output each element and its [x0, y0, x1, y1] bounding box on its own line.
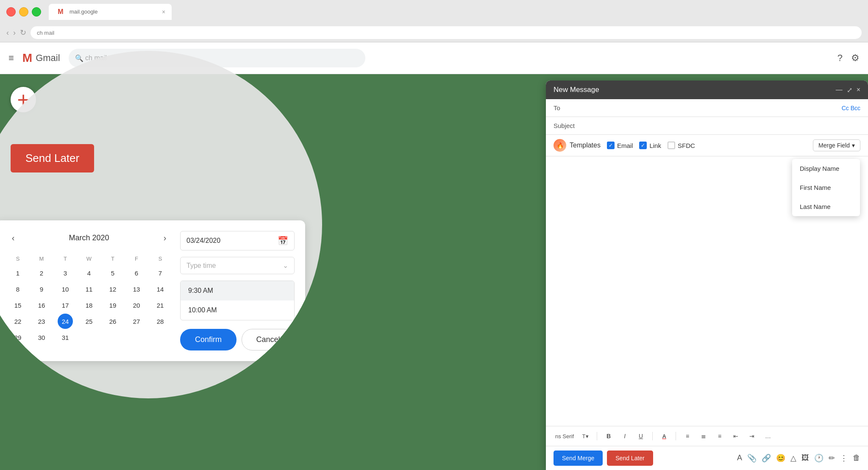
calendar-day[interactable]: 12: [105, 281, 120, 297]
refresh-icon[interactable]: ↻: [20, 28, 26, 37]
link-checkbox-item[interactable]: ✓ Link: [639, 142, 661, 149]
italic-button[interactable]: I: [618, 430, 631, 442]
calendar-day[interactable]: 21: [153, 298, 168, 313]
traffic-yellow[interactable]: [19, 7, 28, 17]
indent-more-button[interactable]: ⇥: [746, 430, 758, 442]
underline-button[interactable]: U: [634, 430, 647, 442]
calendar-day[interactable]: 9: [34, 281, 49, 297]
merge-option[interactable]: Last Name: [792, 197, 860, 216]
align-button[interactable]: ≡: [681, 430, 694, 442]
attach-icon[interactable]: 📎: [747, 453, 757, 463]
calendar-day[interactable]: 28: [153, 314, 168, 329]
calendar-day[interactable]: 25: [81, 314, 97, 329]
calendar-next-button[interactable]: ›: [158, 231, 172, 245]
time-input-row[interactable]: Type time ⌄: [180, 257, 295, 274]
compose-bottom-row: Send Merge Send Later A 📎 🔗 😊 △ 🖼 🕐 ✏ ⋮ …: [546, 446, 868, 470]
bullet-list-button[interactable]: ≡: [713, 430, 726, 442]
calendar-day[interactable]: 6: [129, 265, 144, 281]
merge-option[interactable]: First Name: [792, 178, 860, 197]
tab-close-icon[interactable]: ×: [162, 8, 165, 15]
font-size-icon[interactable]: T▾: [579, 430, 592, 442]
merge-option[interactable]: Display Name: [792, 159, 860, 178]
calendar-day[interactable]: 17: [58, 298, 73, 313]
settings-icon[interactable]: ⚙: [851, 53, 860, 64]
time-option[interactable]: 9:30 AM: [181, 281, 294, 300]
calendar-day[interactable]: 31: [58, 330, 73, 345]
calendar-day[interactable]: 15: [10, 298, 25, 313]
delete-icon[interactable]: 🗑: [853, 453, 860, 463]
nav-forward[interactable]: ›: [13, 28, 16, 37]
help-icon[interactable]: ?: [837, 53, 843, 64]
calendar-day[interactable]: 8: [10, 281, 25, 297]
merge-field-label: Merge Field: [818, 142, 850, 149]
drive-icon[interactable]: △: [790, 453, 796, 463]
templates-button[interactable]: 🔥 Templates: [554, 139, 601, 152]
calendar-day[interactable]: 26: [105, 314, 120, 329]
calendar-day[interactable]: 13: [129, 281, 144, 297]
time-option[interactable]: 10:00 AM: [181, 300, 294, 320]
link-checkbox[interactable]: ✓: [639, 142, 647, 149]
menu-icon[interactable]: ≡: [8, 53, 14, 64]
calendar-day[interactable]: 11: [81, 281, 97, 297]
calendar-day[interactable]: 7: [153, 265, 168, 281]
compose-toolbar-row: 🔥 Templates ✓ Email ✓ Link SFDC Merge Fi…: [546, 135, 868, 156]
confirm-button[interactable]: Confirm: [180, 329, 236, 350]
email-checkbox-item[interactable]: ✓ Email: [607, 142, 633, 149]
minimize-icon[interactable]: —: [836, 86, 843, 94]
sfdc-checkbox[interactable]: [668, 142, 675, 149]
calendar-day[interactable]: 19: [105, 298, 120, 313]
calendar-day[interactable]: 4: [81, 265, 97, 281]
font-color-button[interactable]: A: [658, 430, 670, 442]
traffic-red[interactable]: [6, 7, 16, 17]
calendar-day[interactable]: 1: [10, 265, 25, 281]
cc-bcc-button[interactable]: Cc Bcc: [842, 105, 860, 111]
font-selector[interactable]: ns Serif: [554, 430, 576, 442]
address-input[interactable]: [31, 26, 862, 39]
calendar-day: [81, 330, 97, 345]
calendar-day[interactable]: 30: [34, 330, 49, 345]
cancel-button[interactable]: Cancel: [242, 329, 295, 350]
date-input-row[interactable]: 03/24/2020 📅: [180, 231, 295, 250]
image-icon[interactable]: 🖼: [801, 453, 809, 463]
calendar-day[interactable]: 16: [34, 298, 49, 313]
nav-back[interactable]: ‹: [6, 28, 9, 37]
calendar-day[interactable]: 14: [153, 281, 168, 297]
more-options-icon[interactable]: ⋮: [840, 453, 848, 463]
calendar-day[interactable]: 20: [129, 298, 144, 313]
merge-field-button[interactable]: Merge Field ▾ Display NameFirst NameLast…: [813, 139, 860, 151]
link-icon[interactable]: 🔗: [762, 453, 771, 463]
expand-icon[interactable]: ⤢: [847, 86, 852, 94]
calendar-day[interactable]: 2: [34, 265, 49, 281]
calendar-day[interactable]: 5: [105, 265, 120, 281]
calendar-day[interactable]: 3: [58, 265, 73, 281]
search-icon: 🔍: [75, 54, 83, 62]
traffic-green[interactable]: [32, 7, 41, 17]
calendar-day[interactable]: 24: [58, 314, 73, 329]
calendar-prev-button[interactable]: ‹: [6, 231, 20, 245]
calendar-day[interactable]: 10: [58, 281, 73, 297]
browser-tab[interactable]: M mail.google ×: [49, 4, 172, 20]
calendar-day[interactable]: 29: [10, 330, 25, 345]
calendar-icon[interactable]: 📅: [278, 236, 288, 246]
calendar-day[interactable]: 18: [81, 298, 97, 313]
indent-less-button[interactable]: ⇤: [729, 430, 742, 442]
compose-subject-row[interactable]: Subject: [546, 117, 868, 135]
send-merge-button[interactable]: Send Merge: [554, 451, 603, 466]
numbered-list-button[interactable]: ≣: [697, 430, 710, 442]
more-formatting-button[interactable]: …: [762, 430, 774, 442]
email-checkbox[interactable]: ✓: [607, 142, 615, 149]
browser-top: M mail.google ×: [0, 0, 868, 23]
bold-button[interactable]: B: [602, 430, 615, 442]
text-format-icon[interactable]: A: [737, 453, 742, 463]
edit-icon[interactable]: ✏: [829, 453, 835, 463]
calendar-day[interactable]: 27: [129, 314, 144, 329]
calendar-day[interactable]: 22: [10, 314, 25, 329]
close-icon[interactable]: ×: [857, 86, 860, 94]
calendar-day[interactable]: 23: [34, 314, 49, 329]
send-later-button[interactable]: Send Later: [11, 144, 94, 172]
sfdc-checkbox-item[interactable]: SFDC: [668, 142, 695, 149]
emoji-icon[interactable]: 😊: [776, 453, 785, 463]
clock-icon[interactable]: 🕐: [814, 453, 823, 463]
send-later-compose-button[interactable]: Send Later: [607, 451, 653, 466]
calendar-day: [129, 330, 144, 345]
